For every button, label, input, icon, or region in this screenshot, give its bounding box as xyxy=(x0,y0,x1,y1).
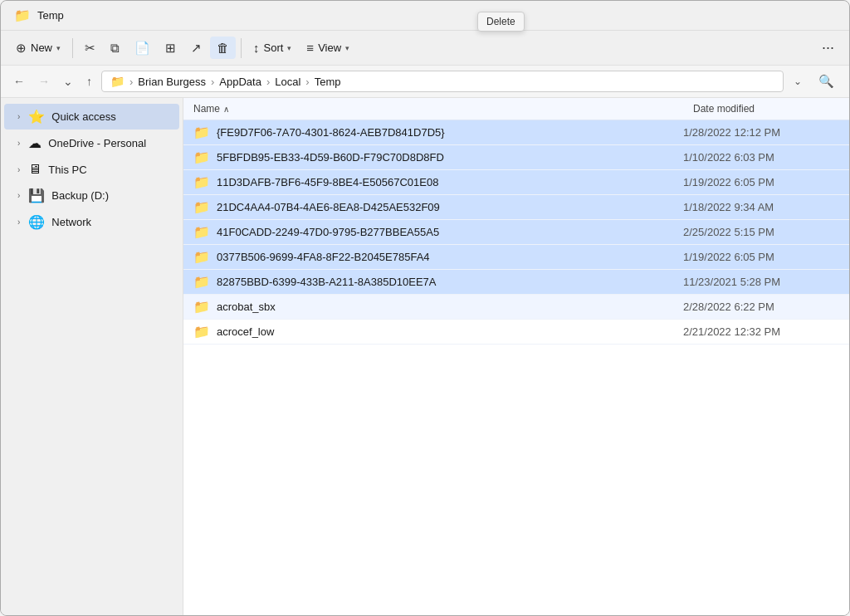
file-cell-name: 📁82875BBD-6399-433B-A211-8A385D10EE7A xyxy=(183,274,683,290)
up-button[interactable]: ↑ xyxy=(82,72,96,90)
quick-access-icon: ⭐ xyxy=(28,109,45,125)
sidebar-item-network[interactable]: › 🌐 Network xyxy=(4,209,179,235)
table-row[interactable]: 📁0377B506-9699-4FA8-8F22-B2045E785FA41/1… xyxy=(183,245,849,270)
delete-tooltip-text: Delete xyxy=(486,16,515,27)
toolbar-separator-1 xyxy=(72,38,73,58)
network-expand-arrow: › xyxy=(17,218,20,227)
sort-chevron: ▾ xyxy=(287,44,291,52)
new-label: New xyxy=(31,42,52,54)
backup-icon: 💾 xyxy=(28,188,45,203)
table-row[interactable]: 📁21DC4AA4-07B4-4AE6-8EA8-D425AE532F091/1… xyxy=(183,195,849,220)
more-button[interactable]: ··· xyxy=(815,36,841,60)
path-part-temp[interactable]: Temp xyxy=(315,76,341,88)
toolbar: ⊕ New ▾ ✂ ⧉ 📄 ⊞ ↗ 🗑 ↕ Sort ▾ ≡ View ▾ ··… xyxy=(1,31,849,66)
col-date-label: Date modified xyxy=(693,103,755,115)
table-row[interactable]: 📁5FBFDB95-EB33-4D59-B60D-F79C70D8D8FD1/1… xyxy=(183,145,849,170)
sidebar: › ⭐ Quick access › ☁ OneDrive - Personal… xyxy=(1,98,183,615)
network-icon: 🌐 xyxy=(28,214,45,230)
sidebar-item-onedrive[interactable]: › ☁ OneDrive - Personal xyxy=(4,130,179,156)
more-icon: ··· xyxy=(822,39,834,56)
new-button[interactable]: ⊕ New ▾ xyxy=(9,37,67,60)
onedrive-label: OneDrive - Personal xyxy=(48,137,146,149)
file-name: 0377B506-9699-4FA8-8F22-B2045E785FA4 xyxy=(217,251,430,263)
table-row[interactable]: 📁{FE9D7F06-7A70-4301-8624-AEB7D841D7D5}1… xyxy=(183,120,849,145)
file-cell-name: 📁5FBFDB95-EB33-4D59-B60D-F79C70D8D8FD xyxy=(183,149,683,165)
window-title: Temp xyxy=(37,9,64,22)
file-cell-name: 📁21DC4AA4-07B4-4AE6-8EA8-D425AE532F09 xyxy=(183,199,683,215)
network-label: Network xyxy=(51,216,91,228)
file-name: 5FBFDB95-EB33-4D59-B60D-F79C70D8D8FD xyxy=(217,151,444,164)
sidebar-item-this-pc[interactable]: › 🖥 This PC xyxy=(4,157,179,182)
copy-button[interactable]: ⧉ xyxy=(104,37,126,60)
view-chevron: ▾ xyxy=(345,44,349,52)
forward-button[interactable]: → xyxy=(34,72,54,90)
paste-button[interactable]: 📄 xyxy=(128,37,157,60)
delete-tooltip: Delete xyxy=(477,12,525,32)
file-name: acrocef_low xyxy=(217,325,274,338)
file-header: Name ∧ Date modified xyxy=(183,98,849,120)
new-chevron: ▾ xyxy=(56,44,61,52)
table-row[interactable]: 📁acrocef_low2/21/2022 12:32 PM xyxy=(183,320,849,345)
sort-label: Sort xyxy=(264,42,284,54)
file-name: 82875BBD-6399-433B-A211-8A385D10EE7A xyxy=(217,276,437,288)
folder-icon: 📁 xyxy=(193,199,210,215)
folder-icon: 📁 xyxy=(193,249,210,265)
file-cell-name: 📁acrocef_low xyxy=(183,324,683,340)
file-panel: Name ∧ Date modified 📁{FE9D7F06-7A70-430… xyxy=(183,98,849,615)
history-chevron-button[interactable]: ⌄ xyxy=(59,72,77,90)
backup-expand-arrow: › xyxy=(17,191,20,200)
folder-icon: 📁 xyxy=(193,149,210,165)
folder-icon: 📁 xyxy=(193,324,210,340)
path-folder-icon: 📁 xyxy=(110,75,125,88)
table-row[interactable]: 📁11D3DAFB-7BF6-45F9-8BE4-E50567C01E081/1… xyxy=(183,170,849,195)
share-icon: ↗ xyxy=(191,41,202,56)
sort-icon: ↕ xyxy=(253,41,260,55)
col-header-date[interactable]: Date modified xyxy=(683,98,849,120)
folder-icon: 📁 xyxy=(193,224,210,240)
sort-button[interactable]: ↕ Sort ▾ xyxy=(247,37,298,59)
table-row[interactable]: 📁82875BBD-6399-433B-A211-8A385D10EE7A11/… xyxy=(183,270,849,295)
folder-icon: 📁 xyxy=(193,174,210,190)
path-part-local[interactable]: Local xyxy=(275,76,300,88)
col-header-name[interactable]: Name ∧ xyxy=(183,98,683,120)
toolbar-separator-2 xyxy=(241,38,242,58)
path-part-appdata[interactable]: AppData xyxy=(219,76,261,88)
title-bar: 📁 Temp xyxy=(1,1,849,31)
back-button[interactable]: ← xyxy=(9,72,29,90)
paste-icon: 📄 xyxy=(134,41,150,56)
view-button[interactable]: ≡ View ▾ xyxy=(300,37,356,59)
folder-icon: 📁 xyxy=(193,125,210,140)
path-part-brian[interactable]: Brian Burgess xyxy=(138,76,206,88)
share-button[interactable]: ↗ xyxy=(184,37,208,60)
file-date: 11/23/2021 5:28 PM xyxy=(683,276,849,288)
sidebar-item-quick-access[interactable]: › ⭐ Quick access xyxy=(4,104,179,130)
quick-access-label: Quick access xyxy=(51,110,115,123)
address-path[interactable]: 📁 › Brian Burgess › AppData › Local › Te… xyxy=(101,71,784,92)
new-icon: ⊕ xyxy=(16,41,27,56)
main-layout: › ⭐ Quick access › ☁ OneDrive - Personal… xyxy=(1,98,849,615)
cut-button[interactable]: ✂ xyxy=(78,37,102,60)
delete-button[interactable]: 🗑 xyxy=(210,37,236,59)
copy-icon: ⧉ xyxy=(110,41,120,56)
file-list: 📁{FE9D7F06-7A70-4301-8624-AEB7D841D7D5}1… xyxy=(183,120,849,615)
table-row[interactable]: 📁41F0CADD-2249-47D0-9795-B277BBEA55A52/2… xyxy=(183,220,849,245)
search-button[interactable]: 🔍 xyxy=(812,71,841,92)
quick-access-expand-arrow: › xyxy=(17,112,20,121)
this-pc-icon: 🖥 xyxy=(28,162,42,177)
file-date: 1/18/2022 9:34 AM xyxy=(683,201,849,213)
address-dropdown-button[interactable]: ⌄ xyxy=(789,72,807,90)
this-pc-label: This PC xyxy=(48,164,86,176)
file-date: 1/28/2022 12:12 PM xyxy=(683,126,849,139)
file-date: 1/19/2022 6:05 PM xyxy=(683,251,849,263)
file-cell-name: 📁acrobat_sbx xyxy=(183,299,683,315)
table-row[interactable]: 📁acrobat_sbx2/28/2022 6:22 PM xyxy=(183,295,849,320)
file-cell-name: 📁0377B506-9699-4FA8-8F22-B2045E785FA4 xyxy=(183,249,683,265)
this-pc-expand-arrow: › xyxy=(17,165,20,174)
sidebar-item-backup[interactable]: › 💾 Backup (D:) xyxy=(4,183,179,208)
file-name: {FE9D7F06-7A70-4301-8624-AEB7D841D7D5} xyxy=(217,126,445,139)
rename-button[interactable]: ⊞ xyxy=(159,37,183,60)
view-label: View xyxy=(318,42,341,54)
file-date: 2/28/2022 6:22 PM xyxy=(683,301,849,313)
file-name: acrobat_sbx xyxy=(217,301,276,313)
file-date: 1/10/2022 6:03 PM xyxy=(683,151,849,164)
